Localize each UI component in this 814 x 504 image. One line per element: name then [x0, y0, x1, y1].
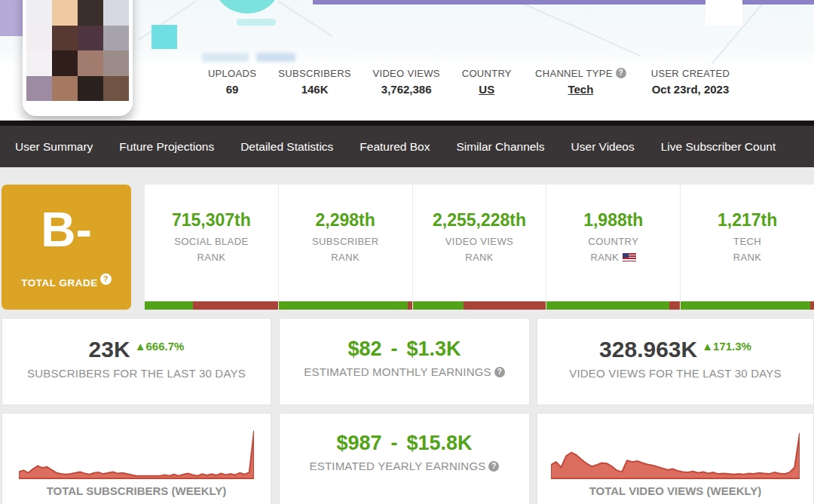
stat-label: USER CREATED: [648, 68, 733, 79]
rank-progress-bar: [145, 301, 278, 310]
yearly-earnings-card: $987-$15.8K ESTIMATED YEARLY EARNINGS?: [279, 413, 530, 504]
subscribers-30d-label: SUBSCRIBERS FOR THE LAST 30 DAYS: [27, 367, 246, 380]
stat-user-created: USER CREATED Oct 23rd, 2023: [648, 68, 733, 96]
video-views-chart-label: TOTAL VIDEO VIEWS (WEEKLY): [537, 484, 813, 497]
rank-value: 1,217th: [718, 210, 777, 231]
blurred-username: [202, 48, 315, 66]
grade-label: TOTAL GRADE: [21, 277, 98, 289]
stat-value: 69: [205, 83, 259, 96]
tab-future-projections[interactable]: Future Projections: [119, 140, 214, 154]
subscribers-30d-delta: ▲666.7%: [135, 340, 185, 353]
views-30d-value: 328.963K: [599, 337, 697, 362]
stat-label: VIDEO VIEWS: [370, 68, 442, 79]
monthly-earnings-card: $82-$1.3K ESTIMATED MONTHLY EARNINGS?: [279, 318, 530, 405]
views-30d-delta: ▲171.3%: [702, 340, 751, 353]
earnings-min: $82: [347, 338, 381, 360]
rank-label: RANK: [331, 252, 360, 263]
channel-stats-row: UPLOADS 69 SUBSCRIBERS 146K VIDEO VIEWS …: [205, 68, 733, 96]
earnings-separator: -: [391, 338, 398, 360]
total-subscribers-chart-card: TOTAL SUBSCRIBERS (WEEKLY): [2, 413, 271, 504]
total-grade-card: B- TOTAL GRADE?: [2, 185, 131, 310]
help-icon[interactable]: ?: [488, 461, 499, 472]
help-icon[interactable]: ?: [100, 273, 112, 285]
help-icon[interactable]: ?: [616, 68, 626, 78]
channel-avatar: [23, 0, 133, 116]
tab-featured-box[interactable]: Featured Box: [360, 140, 430, 154]
subscribers-30d-value: 23K: [89, 337, 130, 362]
monthly-earnings-label: ESTIMATED MONTHLY EARNINGS: [304, 365, 491, 378]
rank-label: COUNTRY: [588, 236, 638, 247]
earnings-max: $15.8K: [407, 432, 473, 454]
subscribers-weekly-chart: [19, 426, 254, 480]
rank-label: RANK: [590, 252, 619, 263]
stat-video-views: VIDEO VIEWS 3,762,386: [370, 68, 442, 96]
grade-value: B-: [2, 206, 131, 254]
tab-bar: User Summary Future Projections Detailed…: [0, 121, 814, 167]
rank-label: RANK: [197, 252, 226, 263]
tab-similar-channels[interactable]: Similar Channels: [456, 140, 544, 154]
tab-user-videos[interactable]: User Videos: [571, 140, 635, 154]
yearly-earnings-label: ESTIMATED YEARLY EARNINGS: [310, 460, 486, 472]
video-views-rank-card: 2,255,228th VIDEO VIEWSRANK: [413, 185, 546, 310]
avatar-pixelated-image: [26, 0, 129, 101]
stat-country: COUNTRY US: [461, 68, 513, 96]
rank-label: TECH: [733, 236, 761, 247]
stat-value: 3,762,386: [370, 83, 442, 96]
stat-uploads: UPLOADS 69: [205, 68, 259, 96]
earnings-separator: -: [391, 432, 398, 454]
banner-teal-pill: [237, 19, 276, 26]
subscriber-rank-card: 2,298th SUBSCRIBERRANK: [279, 185, 412, 310]
rank-value: 2,298th: [316, 210, 375, 231]
country-rank-card: 1,988th COUNTRYRANK: [546, 185, 680, 310]
help-icon[interactable]: ?: [494, 367, 505, 377]
stat-value: Oct 23rd, 2023: [648, 83, 733, 96]
banner-teal-square: [151, 25, 177, 49]
rank-label: RANK: [733, 252, 762, 263]
country-link[interactable]: US: [461, 83, 513, 96]
tab-live-subscriber-count[interactable]: Live Subscriber Count: [661, 140, 776, 154]
social-blade-rank-card: 715,307th SOCIAL BLADERANK: [145, 185, 278, 310]
earnings-min: $987: [336, 432, 381, 454]
subscribers-chart-label: TOTAL SUBSCRIBERS (WEEKLY): [2, 484, 271, 497]
stat-label: UPLOADS: [205, 68, 259, 79]
rank-progress-bar: [681, 301, 814, 310]
rank-label: VIDEO VIEWS: [445, 236, 513, 247]
rank-cards-row: 715,307th SOCIAL BLADERANK 2,298th SUBSC…: [145, 185, 814, 310]
video-views-30-days-card: 328.963K▲171.3% VIDEO VIEWS FOR THE LAST…: [537, 318, 814, 405]
rank-label: SUBSCRIBER: [312, 236, 379, 247]
rank-label: RANK: [465, 252, 494, 263]
stat-label: COUNTRY: [461, 68, 513, 79]
subscribers-30-days-card: 23K▲666.7% SUBSCRIBERS FOR THE LAST 30 D…: [2, 318, 271, 405]
rank-value: 2,255,228th: [433, 210, 526, 231]
banner-white-box: [705, 0, 742, 26]
rank-value: 715,307th: [172, 210, 251, 231]
us-flag-icon: [623, 253, 636, 261]
rank-progress-bar: [279, 301, 412, 310]
stat-value: 146K: [277, 83, 353, 96]
banner-purple-square: [0, 0, 23, 36]
total-video-views-chart-card: TOTAL VIDEO VIEWS (WEEKLY): [537, 413, 814, 504]
stat-channel-type: CHANNEL TYPE? Tech: [531, 68, 630, 96]
rank-value: 1,988th: [583, 210, 643, 231]
rank-progress-bar: [546, 301, 680, 310]
video-views-weekly-chart: [551, 426, 800, 480]
stat-label: CHANNEL TYPE: [535, 68, 613, 79]
tech-rank-card: 1,217th TECHRANK: [681, 185, 814, 310]
rank-progress-bar: [413, 301, 546, 310]
views-30d-label: VIDEO VIEWS FOR THE LAST 30 DAYS: [569, 367, 781, 380]
tab-user-summary[interactable]: User Summary: [15, 140, 93, 154]
rank-label: SOCIAL BLADE: [174, 236, 248, 247]
stat-label: SUBSCRIBERS: [277, 68, 353, 79]
channel-type-link[interactable]: Tech: [531, 83, 630, 96]
stat-subscribers: SUBSCRIBERS 146K: [277, 68, 353, 96]
tab-detailed-statistics[interactable]: Detailed Statistics: [240, 140, 333, 154]
earnings-max: $1.3K: [407, 338, 461, 360]
